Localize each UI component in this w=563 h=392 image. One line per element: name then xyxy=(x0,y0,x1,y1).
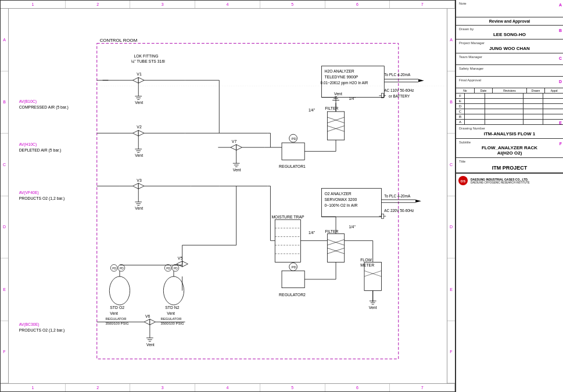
row-letter-b: B xyxy=(559,28,562,33)
rev-b-date xyxy=(465,114,485,119)
svg-rect-0 xyxy=(9,12,447,380)
rev-c-drawn xyxy=(523,109,544,114)
note-label: Note xyxy=(459,2,467,5)
drawing-number-section: Drawing Number ITM-ANALYSIS FLOW 1 xyxy=(456,125,563,139)
svg-text:Vent: Vent xyxy=(146,343,155,347)
company-name: DAESUNG INDUSTRIAL GASES CO., LTD. xyxy=(471,178,529,181)
rev-c-rev xyxy=(485,109,523,114)
drawn-by-label: Drawn by xyxy=(459,27,560,31)
svg-text:H2O ANALYZER: H2O ANALYZER xyxy=(324,69,354,73)
svg-text:Vent: Vent xyxy=(135,153,143,157)
review-header: Review and Approval xyxy=(456,17,563,26)
svg-text:FLOW: FLOW xyxy=(360,258,372,262)
row-letter-a: A xyxy=(559,3,562,7)
rev-col-revision: Revisions xyxy=(493,88,526,93)
col-1: 1 xyxy=(1,1,66,8)
svg-text:STD N2: STD N2 xyxy=(165,305,180,310)
rev-f-no: F xyxy=(456,93,465,98)
svg-text:STD O2: STD O2 xyxy=(110,305,124,310)
rev-col-appd: Appd xyxy=(545,88,563,93)
svg-text:PD: PD xyxy=(112,267,116,270)
row-f-right: F xyxy=(447,321,455,384)
rev-f-drawn xyxy=(523,93,544,98)
svg-text:V5: V5 xyxy=(178,256,183,260)
rev-d-cells xyxy=(465,104,563,109)
col-b-2: 2 xyxy=(66,384,131,391)
rev-d-date xyxy=(465,104,485,109)
col-b-3: 3 xyxy=(130,384,195,391)
revision-header: No Date Revisions Drawn Appd xyxy=(456,88,563,93)
svg-text:1/4": 1/4" xyxy=(349,97,356,101)
svg-text:MOISTURE TRAP: MOISTURE TRAP xyxy=(271,215,304,219)
col-b-1: 1 xyxy=(1,384,66,391)
svg-text:V1: V1 xyxy=(137,72,142,76)
col-b-4: 4 xyxy=(195,384,260,391)
row-c-right: C xyxy=(447,134,455,196)
page: 1 2 3 4 5 6 7 1 2 3 4 5 6 7 A B C D E F xyxy=(0,0,563,392)
row-letter-c: C xyxy=(559,56,562,60)
rev-row-a: A E xyxy=(456,120,563,125)
rev-a-drawn xyxy=(523,120,544,124)
title-value: ITM PROJECT xyxy=(459,165,560,171)
row-markers-right: A B C D E F xyxy=(447,9,455,383)
svg-text:PD: PD xyxy=(292,265,296,269)
col-b-7: 7 xyxy=(390,384,455,391)
svg-text:TELEDYNE  9900P: TELEDYNE 9900P xyxy=(324,75,358,79)
svg-text:PD: PD xyxy=(120,267,124,270)
col-7: 7 xyxy=(390,1,455,8)
svg-point-171 xyxy=(163,276,184,305)
svg-text:PRODUCTS O2 (1,2 bar.): PRODUCTS O2 (1,2 bar.) xyxy=(19,328,65,333)
col-2: 2 xyxy=(66,1,131,8)
row-letter-f: F xyxy=(560,142,562,146)
final-approval-label: Final Approval xyxy=(459,78,560,82)
svg-text:FILTER: FILTER xyxy=(325,106,338,110)
title-label: Title xyxy=(459,160,560,163)
svg-point-167 xyxy=(109,276,130,305)
rev-b-appd xyxy=(543,114,563,119)
rev-d-appd xyxy=(543,104,563,109)
svg-text:AC 220V 50-60Hz: AC 220V 50-60Hz xyxy=(384,208,414,213)
column-markers-bottom: 1 2 3 4 5 6 7 xyxy=(1,383,455,391)
final-approval-section: Final Approval D xyxy=(456,77,563,88)
team-manager-label: Team Manager xyxy=(459,55,560,59)
row-letter-d: D xyxy=(559,80,562,84)
row-c-left: C xyxy=(1,134,8,196)
row-markers-left: A B C D E F xyxy=(1,9,9,383)
svg-text:CONTROL ROOM: CONTROL ROOM xyxy=(100,38,138,43)
column-markers-top: 1 2 3 4 5 6 7 xyxy=(1,1,455,9)
svg-text:DEPLETED AIR (5 bar.): DEPLETED AIR (5 bar.) xyxy=(19,148,62,153)
col-b-6: 6 xyxy=(325,384,390,391)
svg-text:AV(H10C): AV(H10C) xyxy=(19,142,37,147)
svg-text:V3: V3 xyxy=(137,178,142,182)
svg-text:3500/100 PSIG: 3500/100 PSIG xyxy=(105,322,129,325)
review-label: Review and Approval xyxy=(489,19,530,23)
svg-text:0.01~20612 ppm H2O In AIR: 0.01~20612 ppm H2O In AIR xyxy=(321,81,368,85)
rev-a-rev xyxy=(485,120,523,124)
svg-text:¼" TUBE STS 316l: ¼" TUBE STS 316l xyxy=(131,59,166,63)
note-section: Note A xyxy=(456,0,563,17)
svg-text:1/4": 1/4" xyxy=(309,231,315,235)
title-section: Title ITM PROJECT xyxy=(456,158,563,173)
col-5: 5 xyxy=(260,1,325,8)
row-f-left: F xyxy=(1,321,8,384)
safety-manager-label: Safety Manager xyxy=(459,67,560,70)
rev-f-rev xyxy=(485,93,523,98)
row-b-left: B xyxy=(1,71,8,134)
rev-f-date xyxy=(465,93,485,98)
rev-c-cells xyxy=(465,109,563,114)
svg-text:To PLC 4-20mA: To PLC 4-20mA xyxy=(384,73,411,77)
rev-e-date xyxy=(465,99,485,103)
company-name-block: DAESUNG INDUSTRIAL GASES CO., LTD. DAESU… xyxy=(471,178,529,184)
rev-col-drawn: Drawn xyxy=(527,88,546,93)
svg-text:PD: PD xyxy=(292,137,296,141)
rev-row-f: F xyxy=(456,93,563,99)
subtitle-value: FLOW_ANALYZER RACKAI(H2O O2) xyxy=(459,145,560,156)
svg-text:AV(BC30E): AV(BC30E) xyxy=(19,322,40,327)
row-b-right: B xyxy=(447,71,455,134)
svg-text:DS: DS xyxy=(461,179,465,183)
drawing-area: 1 2 3 4 5 6 7 1 2 3 4 5 6 7 A B C D E F xyxy=(0,0,456,392)
title-block: Note A Review and Approval Drawn by LEE … xyxy=(456,0,563,392)
company-logo-icon: DS xyxy=(458,175,468,186)
drawing-content: CONTROL ROOM LOK FITTING ¼" TUBE STS 316… xyxy=(9,9,447,383)
svg-text:O2 ANALYZER: O2 ANALYZER xyxy=(324,192,351,196)
